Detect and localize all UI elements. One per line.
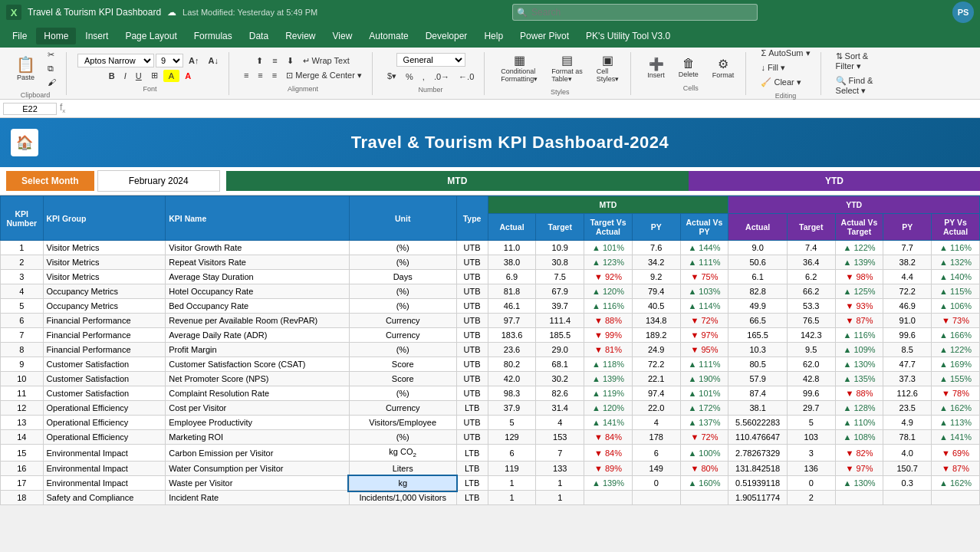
cell-mtd-target[interactable]: 31.4 bbox=[536, 401, 584, 416]
cell-mtd-tva[interactable]: ▼ 81% bbox=[584, 343, 633, 357]
cell-ytd-actual[interactable]: 87.4 bbox=[728, 386, 788, 401]
cell-ytd-target[interactable]: 99.6 bbox=[787, 386, 835, 401]
cell-mtd-avp[interactable]: ▲ 101% bbox=[680, 386, 728, 401]
cell-ytd-target[interactable]: 2 bbox=[787, 491, 835, 505]
cell-mtd-avp[interactable]: ▲ 144% bbox=[680, 241, 728, 255]
menu-review[interactable]: Review bbox=[278, 28, 323, 44]
cell-mtd-actual[interactable]: 6 bbox=[488, 445, 536, 462]
cell-ytd-actual[interactable]: 10.3 bbox=[728, 343, 788, 357]
cell-mtd-actual[interactable]: 129 bbox=[488, 430, 536, 445]
cell-ytd-actual[interactable]: 110.476647 bbox=[728, 430, 788, 445]
cell-ytd-avt[interactable]: ▲ 125% bbox=[835, 284, 883, 299]
wrap-text-button[interactable]: ↵ Wrap Text bbox=[299, 54, 354, 67]
clear-button[interactable]: 🧹 Clear ▾ bbox=[757, 76, 814, 89]
cell-ytd-target[interactable]: 9.5 bbox=[787, 343, 835, 357]
cell-ytd-avt[interactable]: ▲ 110% bbox=[835, 416, 883, 430]
cell-mtd-py[interactable]: 22.1 bbox=[632, 372, 680, 386]
table-row[interactable]: 2 Visitor Metrics Repeat Visitors Rate (… bbox=[1, 255, 980, 270]
cell-ytd-py[interactable]: 8.5 bbox=[883, 343, 932, 357]
cell-mtd-py[interactable]: 189.2 bbox=[632, 328, 680, 343]
cell-mtd-target[interactable]: 4 bbox=[536, 416, 584, 430]
autosum-button[interactable]: Σ AutoSum ▾ bbox=[757, 47, 814, 60]
sort-filter-button[interactable]: ⇅ Sort &Filter ▾ bbox=[832, 50, 877, 73]
cell-ytd-pva[interactable]: ▲ 132% bbox=[932, 255, 980, 270]
cell-ytd-py[interactable]: 112.6 bbox=[883, 386, 932, 401]
cell-mtd-actual[interactable]: 183.6 bbox=[488, 328, 536, 343]
cell-ytd-actual[interactable]: 0.51939118 bbox=[728, 476, 788, 491]
cell-ytd-actual[interactable]: 49.9 bbox=[728, 299, 788, 314]
cell-mtd-avp[interactable]: ▲ 190% bbox=[680, 372, 728, 386]
cell-mtd-tva[interactable] bbox=[584, 491, 633, 505]
cell-mtd-actual[interactable]: 97.7 bbox=[488, 314, 536, 328]
cell-mtd-tva[interactable]: ▲ 139% bbox=[584, 476, 633, 491]
cell-reference-input[interactable] bbox=[3, 103, 57, 115]
table-row[interactable]: 10 Customer Satisfaction Net Promoter Sc… bbox=[1, 372, 980, 386]
cell-mtd-tva[interactable]: ▲ 101% bbox=[584, 241, 633, 255]
avatar[interactable]: PS bbox=[952, 2, 974, 23]
cell-mtd-tva[interactable]: ▲ 123% bbox=[584, 255, 633, 270]
cell-mtd-tva[interactable]: ▲ 139% bbox=[584, 372, 633, 386]
cell-mtd-py[interactable]: 9.2 bbox=[632, 270, 680, 284]
cell-ytd-py[interactable] bbox=[883, 491, 932, 505]
cell-ytd-actual[interactable]: 165.5 bbox=[728, 328, 788, 343]
align-bottom-button[interactable]: ⬇ bbox=[283, 54, 298, 67]
cell-mtd-avp[interactable]: ▲ 111% bbox=[680, 357, 728, 372]
menu-view[interactable]: View bbox=[325, 28, 360, 44]
cell-ytd-target[interactable]: 29.7 bbox=[787, 401, 835, 416]
table-row[interactable]: 9 Customer Satisfaction Customer Satisfa… bbox=[1, 357, 980, 372]
cell-ytd-avt[interactable]: ▼ 87% bbox=[835, 314, 883, 328]
cell-ytd-actual[interactable]: 2.78267329 bbox=[728, 445, 788, 462]
cell-ytd-pva[interactable]: ▲ 141% bbox=[932, 430, 980, 445]
menu-insert[interactable]: Insert bbox=[77, 28, 116, 44]
menu-formulas[interactable]: Formulas bbox=[186, 28, 240, 44]
cell-ytd-avt[interactable]: ▼ 93% bbox=[835, 299, 883, 314]
increase-decimal-button[interactable]: .0→ bbox=[430, 71, 453, 83]
cell-ytd-actual[interactable]: 82.8 bbox=[728, 284, 788, 299]
cell-ytd-target[interactable]: 136 bbox=[787, 462, 835, 476]
bold-button[interactable]: B bbox=[105, 70, 119, 82]
find-select-button[interactable]: 🔍 Find &Select ▾ bbox=[832, 74, 877, 97]
cell-mtd-avp[interactable]: ▼ 97% bbox=[680, 328, 728, 343]
cell-ytd-target[interactable]: 103 bbox=[787, 430, 835, 445]
cell-ytd-avt[interactable]: ▼ 98% bbox=[835, 270, 883, 284]
cell-mtd-actual[interactable]: 42.0 bbox=[488, 372, 536, 386]
cell-ytd-pva[interactable]: ▲ 122% bbox=[932, 343, 980, 357]
cell-ytd-actual[interactable]: 1.90511774 bbox=[728, 491, 788, 505]
font-color-button[interactable]: A bbox=[181, 70, 195, 82]
increase-font-button[interactable]: A↑ bbox=[185, 54, 202, 67]
cell-ytd-py[interactable]: 23.5 bbox=[883, 401, 932, 416]
cell-ytd-avt[interactable]: ▲ 130% bbox=[835, 357, 883, 372]
cell-mtd-target[interactable]: 68.1 bbox=[536, 357, 584, 372]
cell-ytd-actual[interactable]: 6.1 bbox=[728, 270, 788, 284]
cell-ytd-avt[interactable]: ▲ 122% bbox=[835, 241, 883, 255]
cell-ytd-actual[interactable]: 38.1 bbox=[728, 401, 788, 416]
cell-mtd-target[interactable]: 39.7 bbox=[536, 299, 584, 314]
cell-mtd-tva[interactable]: ▲ 119% bbox=[584, 386, 633, 401]
align-center-button[interactable]: ≡ bbox=[254, 69, 266, 81]
align-middle-button[interactable]: ≡ bbox=[268, 54, 281, 67]
cell-ytd-pva[interactable]: ▲ 115% bbox=[932, 284, 980, 299]
cell-ytd-avt[interactable] bbox=[835, 491, 883, 505]
cell-ytd-target[interactable]: 142.3 bbox=[787, 328, 835, 343]
cell-ytd-actual[interactable]: 131.842518 bbox=[728, 462, 788, 476]
cell-mtd-avp[interactable]: ▼ 80% bbox=[680, 462, 728, 476]
format-button[interactable]: ⚙ Format bbox=[707, 54, 740, 81]
menu-page-layout[interactable]: Page Layout bbox=[117, 28, 184, 44]
cell-mtd-avp[interactable]: ▼ 72% bbox=[680, 314, 728, 328]
cell-mtd-avp[interactable]: ▲ 111% bbox=[680, 255, 728, 270]
cell-mtd-target[interactable]: 153 bbox=[536, 430, 584, 445]
cell-ytd-avt[interactable]: ▼ 88% bbox=[835, 386, 883, 401]
cell-mtd-target[interactable]: 133 bbox=[536, 462, 584, 476]
font-selector[interactable]: Aptos Narrow bbox=[77, 54, 154, 67]
cell-mtd-py[interactable]: 7.6 bbox=[632, 241, 680, 255]
cell-ytd-avt[interactable]: ▲ 139% bbox=[835, 255, 883, 270]
cell-ytd-py[interactable]: 78.1 bbox=[883, 430, 932, 445]
cell-ytd-actual[interactable]: 5.56022283 bbox=[728, 416, 788, 430]
format-painter-button[interactable]: 🖌 bbox=[44, 76, 60, 88]
cell-mtd-avp[interactable]: ▲ 160% bbox=[680, 476, 728, 491]
cell-mtd-actual[interactable]: 23.6 bbox=[488, 343, 536, 357]
cell-mtd-py[interactable]: 79.4 bbox=[632, 284, 680, 299]
cell-mtd-py[interactable]: 6 bbox=[632, 445, 680, 462]
menu-home[interactable]: Home bbox=[36, 28, 76, 44]
menu-data[interactable]: Data bbox=[242, 28, 276, 44]
